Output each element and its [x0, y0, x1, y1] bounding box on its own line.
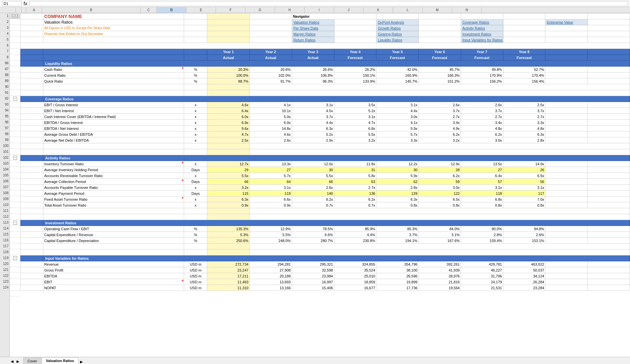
row-val-k[interactable]: 0.8x: [503, 202, 545, 208]
row-val-k[interactable]: 3.3x: [503, 120, 545, 126]
nav-link-return[interactable]: Return Ratios: [292, 37, 334, 43]
row-val-k[interactable]: 2.6%: [503, 232, 545, 238]
row-val-k[interactable]: 94.8%: [503, 226, 545, 232]
row-val-i[interactable]: 28,976: [419, 273, 461, 279]
row-val-k[interactable]: 4.8x: [503, 126, 545, 131]
row-val-i[interactable]: 3.0x: [419, 185, 461, 191]
col-header-d[interactable]: D: [157, 7, 186, 13]
row-val-h[interactable]: 62: [376, 179, 419, 185]
row-val-j[interactable]: 24,179: [461, 279, 503, 285]
row-val-h[interactable]: 19,899: [376, 279, 419, 285]
nav-link-valuation[interactable]: Valuation Ratios: [292, 19, 334, 25]
sheet-tab-valuation[interactable]: Valuation Ratios: [42, 357, 78, 364]
row-val-i[interactable]: 41,939: [419, 267, 461, 273]
row-val-h[interactable]: 3.7%: [376, 232, 419, 238]
row-val-h[interactable]: 3.3x: [376, 137, 419, 143]
row-val-g[interactable]: 5.8x: [334, 173, 376, 179]
row-val-j[interactable]: 3.0x: [461, 137, 503, 143]
nav-link-growth[interactable]: Growth Ratios: [376, 25, 419, 31]
row-val-d[interactable]: 17,211: [207, 273, 250, 279]
nav-link-enterprise[interactable]: Enterprise Value: [545, 19, 588, 25]
row-val-f[interactable]: 12.0x: [292, 161, 334, 167]
row-val-g[interactable]: 25,010: [334, 273, 376, 279]
row-val-i[interactable]: 6.2x: [419, 173, 461, 179]
row-val-f[interactable]: 4.5x: [292, 108, 334, 114]
group-btn-row-101[interactable]: −: [10, 155, 20, 161]
row-val-h[interactable]: 30: [376, 167, 419, 173]
row-val-k[interactable]: 23,284: [503, 285, 545, 291]
row-val-g[interactable]: 136: [334, 191, 376, 196]
row-val-d[interactable]: 272,734: [207, 261, 250, 267]
row-val-k[interactable]: 26,284: [503, 279, 545, 285]
row-val-i[interactable]: 59: [419, 179, 461, 185]
row-val-j[interactable]: 2.6x: [461, 102, 503, 108]
row-val-g[interactable]: 85.9%: [334, 226, 376, 232]
col-header-g[interactable]: G: [245, 7, 275, 13]
row-val-j[interactable]: 429,781: [461, 261, 503, 267]
row-val-f[interactable]: 295,321: [292, 261, 334, 267]
row-val-k[interactable]: 463,022: [503, 261, 545, 267]
row-val-i[interactable]: 4.9x: [419, 126, 461, 131]
row-val-k[interactable]: 6.3x: [503, 131, 545, 137]
row-val-j[interactable]: 3.4x: [461, 120, 503, 126]
row-val-d[interactable]: 4.6x: [207, 102, 250, 108]
col-header-n[interactable]: N: [452, 7, 482, 13]
group-btn-row-112[interactable]: −: [10, 220, 20, 226]
row-val-g[interactable]: 6.8x: [334, 126, 376, 131]
row-val-d[interactable]: 29: [207, 167, 250, 173]
row-val-j[interactable]: 27: [461, 167, 503, 173]
row-val-e[interactable]: 64: [250, 179, 292, 185]
row-val-h[interactable]: 354,796: [376, 261, 419, 267]
row-val-f[interactable]: 6.2x: [292, 196, 334, 202]
row-val-k[interactable]: 56: [503, 179, 545, 185]
row-val-f[interactable]: 23,984: [292, 273, 334, 279]
row-val-f[interactable]: 280.7%: [292, 238, 334, 244]
row-val-e[interactable]: 27: [250, 167, 292, 173]
row-val-k[interactable]: 2.7x: [503, 114, 545, 120]
row-val-e[interactable]: 248.0%: [250, 238, 292, 244]
row-val-e[interactable]: 294,281: [250, 261, 292, 267]
row-val-h[interactable]: 6.3x: [376, 196, 419, 202]
nav-link-pershare[interactable]: Per Share Data: [292, 25, 334, 31]
row-val-j[interactable]: 170.9%: [461, 72, 503, 78]
row-val-e[interactable]: 4.1x: [250, 102, 292, 108]
row-val-f[interactable]: 15,406: [292, 285, 334, 291]
row-val-f[interactable]: 5.5x: [292, 173, 334, 179]
row-val-h[interactable]: 42.0%: [376, 67, 419, 72]
row-val-g[interactable]: 11.8x: [334, 161, 376, 167]
row-val-d[interactable]: 11,463: [207, 279, 250, 285]
row-val-e[interactable]: 119: [250, 191, 292, 196]
col-header-l[interactable]: L: [393, 7, 423, 13]
row-val-i[interactable]: 3.2x: [419, 137, 461, 143]
row-val-h[interactable]: 3.1x: [376, 102, 419, 108]
row-val-h[interactable]: 129: [376, 191, 419, 196]
row-val-e[interactable]: 5.0x: [250, 114, 292, 120]
row-val-e[interactable]: 13.3x: [250, 161, 292, 167]
row-val-j[interactable]: 118: [461, 191, 503, 196]
row-val-k[interactable]: 170.4%: [503, 72, 545, 78]
row-val-k[interactable]: 52.7%: [503, 67, 545, 72]
row-val-d[interactable]: 88.7%: [207, 78, 250, 84]
row-val-j[interactable]: 2.7x: [461, 114, 503, 120]
row-val-h[interactable]: 12.2x: [376, 161, 419, 167]
row-val-e[interactable]: 13,166: [250, 285, 292, 291]
row-val-g[interactable]: 26.2%: [334, 67, 376, 72]
row-val-g[interactable]: 3.1x: [334, 114, 376, 120]
row-val-i[interactable]: 2.6x: [419, 102, 461, 108]
nav-link-investment[interactable]: Investment Ratios: [461, 31, 503, 37]
row-val-g[interactable]: 3.2x: [334, 137, 376, 143]
row-val-j[interactable]: 0.8x: [461, 202, 503, 208]
row-val-k[interactable]: 34,124: [503, 273, 545, 279]
row-val-d[interactable]: 135.3%: [207, 226, 250, 232]
row-val-g[interactable]: 31: [334, 167, 376, 173]
row-val-j[interactable]: 3.1x: [461, 185, 503, 191]
row-val-g[interactable]: 5.2x: [334, 108, 376, 114]
row-val-d[interactable]: 3.2x: [207, 185, 250, 191]
row-val-j[interactable]: 13.5x: [461, 161, 503, 167]
row-val-k[interactable]: 3.7x: [503, 108, 545, 114]
row-val-d[interactable]: 6.4x: [207, 108, 250, 114]
row-val-h[interactable]: 2.8x: [376, 185, 419, 191]
row-val-k[interactable]: 156.4%: [503, 78, 545, 84]
row-val-f[interactable]: 30: [292, 167, 334, 173]
tab-nav-right[interactable]: ►: [16, 359, 20, 364]
